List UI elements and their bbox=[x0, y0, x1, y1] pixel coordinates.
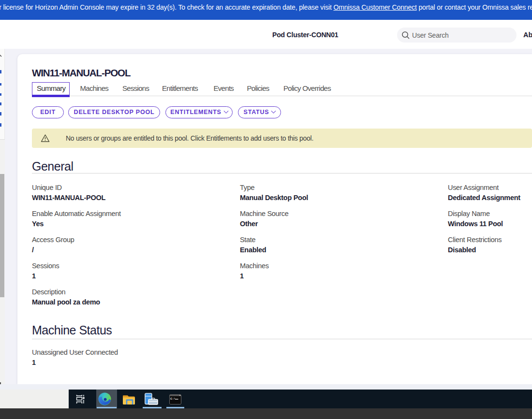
svg-text:C:\: C:\ bbox=[170, 397, 176, 401]
